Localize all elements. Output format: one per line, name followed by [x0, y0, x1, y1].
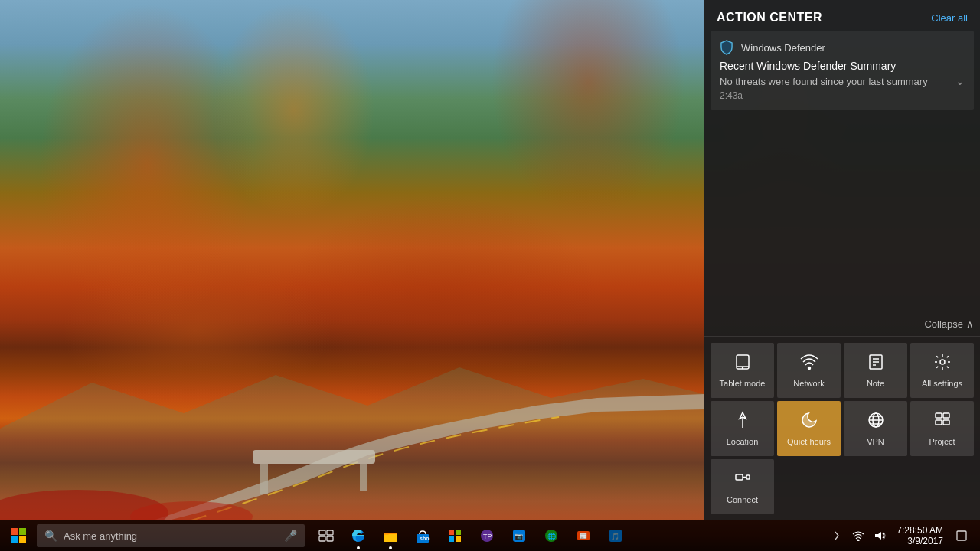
svg-rect-32: [319, 530, 325, 535]
start-button[interactable]: [0, 520, 37, 551]
note-icon: [867, 353, 885, 374]
quick-action-project-label: Project: [929, 437, 955, 447]
svg-text:🎵: 🎵: [611, 532, 620, 541]
notification-text: No threats were found since your last su…: [720, 76, 949, 87]
svg-rect-37: [384, 533, 389, 535]
taskbar-store[interactable]: shop: [407, 520, 438, 551]
quick-actions-grid: Tablet mode Network: [710, 343, 974, 514]
taskbar-file-explorer[interactable]: [375, 520, 406, 551]
tray-volume-icon[interactable]: [869, 520, 890, 551]
quick-action-note-label: Note: [867, 379, 884, 389]
taskbar: 🔍 Ask me anything 🎤: [0, 520, 980, 551]
quick-action-location-label: Location: [727, 437, 759, 447]
svg-point-8: [742, 368, 743, 369]
svg-rect-33: [327, 530, 333, 535]
taskbar-app6[interactable]: TP: [472, 520, 502, 551]
search-placeholder-text: Ask me anything: [64, 530, 137, 542]
collapse-label: Collapse: [924, 318, 963, 330]
quick-action-quiet-hours-label: Quiet hours: [787, 437, 831, 447]
notification-title: Recent Windows Defender Summary: [720, 60, 965, 72]
microphone-icon[interactable]: 🎤: [284, 530, 297, 542]
svg-rect-22: [943, 413, 949, 418]
notification-body: No threats were found since your last su…: [720, 75, 965, 87]
quick-action-location[interactable]: Location: [710, 401, 774, 456]
notification-center-button[interactable]: [949, 520, 974, 551]
taskbar-app5[interactable]: [439, 520, 470, 551]
svg-rect-29: [19, 528, 26, 535]
action-center-title: ACTION CENTER: [717, 11, 822, 24]
quick-action-all-settings[interactable]: All settings: [910, 343, 974, 398]
quick-action-network[interactable]: Network: [777, 343, 841, 398]
svg-rect-34: [319, 536, 325, 541]
action-center-header: ACTION CENTER Clear all: [704, 0, 980, 31]
notification-time: 2:43a: [720, 90, 965, 101]
svg-text:📰: 📰: [580, 532, 587, 540]
road-shape: [0, 367, 704, 520]
tray-network-icon[interactable]: [848, 520, 869, 551]
svg-rect-21: [936, 413, 942, 418]
notification-item: Windows Defender Recent Windows Defender…: [710, 31, 974, 110]
tablet-mode-icon: [733, 353, 752, 374]
svg-rect-27: [746, 475, 750, 479]
location-icon: [733, 411, 752, 432]
svg-point-9: [808, 367, 810, 370]
notifications-list: Windows Defender Recent Windows Defender…: [704, 31, 980, 315]
taskbar-app7[interactable]: 📷: [504, 520, 534, 551]
quick-action-note[interactable]: Note: [844, 343, 907, 398]
quick-action-vpn[interactable]: VPN: [844, 401, 907, 456]
settings-gear-icon: [933, 353, 952, 374]
svg-rect-43: [456, 536, 461, 542]
svg-rect-28: [11, 528, 18, 535]
search-icon: 🔍: [44, 530, 57, 542]
system-clock[interactable]: 7:28:50 AM 3/9/2017: [890, 520, 949, 551]
quiet-hours-moon-icon: [800, 411, 818, 432]
svg-point-54: [858, 540, 859, 541]
show-hidden-icons-button[interactable]: [826, 520, 848, 551]
clock-date: 3/9/2017: [907, 536, 943, 546]
svg-point-14: [940, 360, 945, 364]
notification-expand-icon[interactable]: ⌄: [956, 75, 965, 87]
taskbar-edge[interactable]: [343, 520, 374, 551]
taskbar-app9[interactable]: 📰: [568, 520, 599, 551]
search-bar[interactable]: 🔍 Ask me anything 🎤: [37, 524, 305, 547]
connect-icon: [733, 469, 752, 491]
taskbar-app-icons: shop TP 📷: [311, 520, 631, 551]
notification-header: Windows Defender: [720, 40, 965, 55]
quick-action-quiet-hours[interactable]: Quiet hours: [777, 401, 841, 456]
quick-action-project[interactable]: Project: [910, 401, 974, 456]
svg-text:🌐: 🌐: [547, 532, 557, 541]
collapse-section: Collapse ∧: [704, 315, 980, 336]
collapse-button[interactable]: Collapse ∧: [924, 318, 974, 330]
svg-rect-2: [260, 464, 268, 494]
svg-rect-23: [936, 420, 942, 425]
network-icon: [800, 353, 818, 374]
quick-actions-panel: Tablet mode Network: [704, 336, 980, 520]
svg-rect-56: [957, 531, 966, 540]
svg-rect-3: [360, 464, 368, 491]
svg-text:shop: shop: [420, 536, 430, 542]
svg-text:TP: TP: [483, 533, 492, 540]
svg-rect-1: [253, 450, 375, 464]
vpn-icon: [867, 411, 885, 432]
defender-shield-icon: [720, 40, 735, 55]
taskbar-task-view[interactable]: [311, 520, 341, 551]
svg-rect-42: [449, 536, 454, 542]
quick-action-tablet-mode[interactable]: Tablet mode: [710, 343, 774, 398]
clear-all-button[interactable]: Clear all: [931, 12, 968, 24]
svg-rect-31: [19, 536, 26, 543]
collapse-chevron-icon: ∧: [966, 318, 974, 330]
notification-app-name: Windows Defender: [741, 42, 825, 54]
svg-marker-55: [875, 532, 881, 540]
taskbar-app8[interactable]: 🌐: [536, 520, 567, 551]
taskbar-app10[interactable]: 🎵: [600, 520, 631, 551]
quick-action-network-label: Network: [793, 379, 824, 389]
action-center-panel: ACTION CENTER Clear all Windows Defender…: [704, 0, 980, 520]
quick-action-settings-label: All settings: [922, 379, 962, 389]
svg-rect-35: [327, 536, 333, 541]
svg-rect-30: [11, 536, 18, 543]
quick-action-connect[interactable]: Connect: [710, 459, 774, 514]
svg-rect-40: [449, 530, 454, 535]
system-tray: 7:28:50 AM 3/9/2017: [820, 520, 980, 551]
quick-action-tablet-mode-label: Tablet mode: [720, 379, 766, 389]
svg-rect-25: [736, 474, 743, 480]
